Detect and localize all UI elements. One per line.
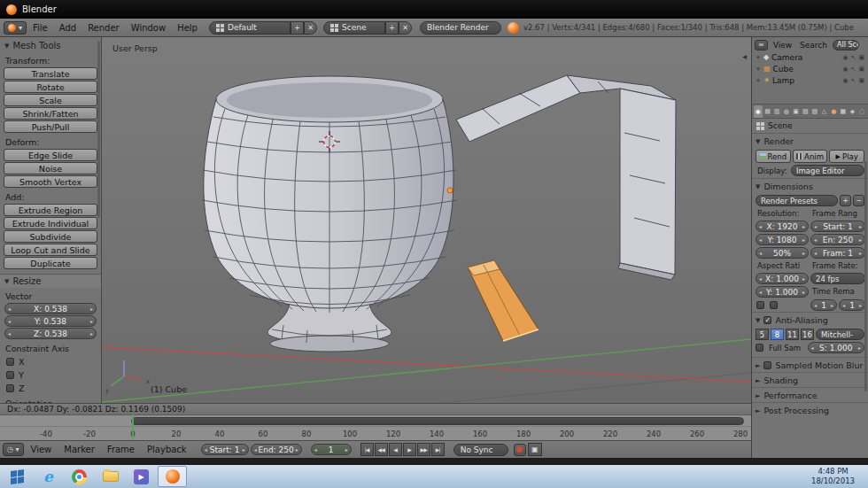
anti-aliasing-panel-header[interactable]: ▼ Anti-Aliasing — [752, 312, 868, 327]
frame-rate-dropdown[interactable]: 24 fps — [810, 273, 865, 284]
tab-particles-icon[interactable]: ◈ — [849, 105, 857, 118]
play-reverse-icon[interactable]: ◀ — [389, 443, 402, 456]
full-sample-row[interactable]: Full Sam — [756, 343, 806, 353]
edge-slide-button[interactable]: Edge Slide — [4, 149, 97, 161]
timeline-editor-type-button[interactable]: ◷ ▾ — [3, 443, 24, 456]
menu-help[interactable]: Help — [172, 23, 203, 33]
blender-splash-icon[interactable] — [508, 22, 519, 34]
timeline-scrollbar[interactable] — [131, 417, 744, 425]
visibility-eye-icon[interactable]: ◉ — [842, 54, 848, 61]
tab-physics-icon[interactable]: ◌ — [857, 105, 866, 118]
tab-material-icon[interactable]: ● — [829, 105, 838, 118]
frame-end-field[interactable]: ◂En: 250▸ — [810, 234, 865, 245]
render-animation-button[interactable]: Anim — [793, 150, 828, 163]
previous-keyframe-icon[interactable]: ◀◀ — [375, 443, 388, 456]
outliner-display-mode-dropdown[interactable]: All Scenes — [833, 40, 859, 50]
checkbox-icon[interactable] — [6, 358, 14, 366]
timeline-marker-menu[interactable]: Marker — [58, 445, 100, 454]
mesh-tools-panel-header[interactable]: ▼ Mesh Tools — [0, 39, 101, 52]
render-presets-dropdown[interactable]: Render Presets — [756, 195, 838, 206]
aa-samples-8-button[interactable]: 8 — [771, 329, 784, 340]
play-icon[interactable]: ▶ — [403, 443, 416, 456]
dimensions-panel-header[interactable]: ▼ Dimensions — [752, 178, 868, 193]
outliner-editor-type-button[interactable]: ≡ — [755, 40, 768, 50]
tab-data-icon[interactable]: △ — [820, 105, 829, 118]
outliner-view-menu[interactable]: View — [771, 41, 794, 50]
resize-y-field[interactable]: ◂ Y: 0.538 ▸ — [4, 315, 97, 327]
timeline-start-field[interactable]: ◂Start: 1▸ — [201, 444, 249, 455]
media-player-button[interactable]: ▶ — [127, 466, 156, 487]
region-toggle-icon[interactable]: ◂ — [742, 51, 747, 61]
aspect-x-field[interactable]: ◂X: 1.000▸ — [756, 273, 809, 284]
selectability-cursor-icon[interactable]: ↖ — [851, 54, 856, 61]
post-processing-panel-header[interactable]: ► Post Processing — [752, 402, 868, 417]
expand-icon[interactable]: + — [756, 54, 761, 61]
remove-preset-button[interactable]: − — [853, 195, 864, 206]
tab-render-layers-icon[interactable]: ▤ — [763, 105, 772, 118]
time-remap-new-field[interactable]: ◂1▸ — [839, 299, 865, 311]
add-layout-button[interactable]: + — [291, 21, 304, 35]
outliner-item-lamp[interactable]: + ☀ Lamp ◉ ↖ ▣ — [752, 74, 868, 86]
tab-world-icon[interactable]: ◍ — [782, 105, 791, 118]
tab-texture-icon[interactable]: ▦ — [839, 105, 848, 118]
noise-button[interactable]: Noise — [4, 162, 97, 174]
checkbox-icon[interactable] — [6, 384, 14, 392]
timeline-playhead[interactable] — [132, 414, 134, 440]
keying-camera-icon[interactable]: ▣ — [528, 443, 542, 456]
expand-icon[interactable]: + — [756, 66, 761, 73]
timeline-ruler[interactable]: -40 -20 0 20 40 60 80 100 120 140 160 18… — [0, 426, 751, 440]
shading-panel-header[interactable]: ► Shading — [752, 372, 868, 387]
frame-current-field[interactable]: ◂Fram: 1▸ — [810, 247, 865, 259]
resolution-x-field[interactable]: ◂X: 1920▸ — [756, 221, 809, 232]
properties-scrollbar[interactable] — [864, 161, 867, 391]
renderability-camera-icon[interactable]: ▣ — [858, 54, 864, 61]
layout-dropdown[interactable]: Default — [209, 21, 291, 35]
duplicate-button[interactable]: Duplicate — [4, 257, 97, 269]
extrude-individual-button[interactable]: Extrude Individual — [4, 217, 97, 229]
aa-samples-16-button[interactable]: 16 — [801, 329, 814, 340]
internet-explorer-button[interactable]: e — [34, 466, 63, 487]
timeline-view-menu[interactable]: View — [26, 445, 58, 454]
window-titlebar[interactable]: Blender — [0, 0, 868, 19]
constraint-x-row[interactable]: X — [0, 355, 101, 368]
menu-add[interactable]: Add — [54, 23, 81, 33]
resize-operator-panel-header[interactable]: ▼ Resize — [0, 274, 101, 288]
outliner-search-menu[interactable]: Search — [797, 41, 830, 50]
play-rendered-button[interactable]: ▶ Play — [829, 150, 864, 163]
next-keyframe-icon[interactable]: ▶▶ — [417, 443, 430, 456]
push-pull-button[interactable]: Push/Pull — [4, 120, 97, 133]
aa-filter-dropdown[interactable]: Mitchell- — [816, 329, 864, 340]
aa-samples-5-button[interactable]: 5 — [756, 329, 769, 340]
rotate-button[interactable]: Rotate — [4, 81, 97, 93]
timeline-playback-menu[interactable]: Playback — [142, 445, 192, 454]
delete-scene-button[interactable]: ✕ — [399, 21, 412, 35]
frame-start-field[interactable]: ◂Start: 1▸ — [810, 221, 865, 232]
aa-filter-size-field[interactable]: ◂S: 1.000▸ — [808, 342, 865, 353]
system-clock[interactable]: 4:48 PM 18/10/2013 — [811, 467, 865, 486]
renderability-camera-icon[interactable]: ▣ — [858, 77, 864, 84]
record-button[interactable] — [514, 444, 526, 456]
sync-mode-dropdown[interactable]: No Sync — [453, 444, 508, 456]
full-sample-checkbox[interactable] — [756, 344, 763, 352]
scale-button[interactable]: Scale — [4, 94, 97, 106]
anti-aliasing-checkbox[interactable] — [763, 316, 771, 324]
aspect-y-field[interactable]: ◂Y: 1.000▸ — [756, 286, 809, 298]
render-image-button[interactable]: Rend — [756, 150, 791, 163]
increment-icon[interactable]: ▸ — [90, 306, 93, 312]
checkbox-icon[interactable] — [6, 371, 14, 379]
increment-icon[interactable]: ▸ — [90, 330, 93, 337]
increment-icon[interactable]: ▸ — [90, 318, 93, 324]
smooth-vertex-button[interactable]: Smooth Vertex — [4, 175, 97, 188]
resize-x-field[interactable]: ◂ X: 0.538 ▸ — [4, 303, 97, 314]
crop-checkbox[interactable] — [770, 301, 778, 309]
translate-button[interactable]: Translate — [4, 67, 97, 80]
current-frame-field[interactable]: ◂1▸ — [311, 444, 352, 455]
scene-dropdown[interactable]: Scene — [323, 21, 385, 35]
constraint-y-row[interactable]: Y — [0, 368, 101, 382]
viewport-3d[interactable]: x y User Persp (1) Cube ◂ — [102, 37, 751, 403]
blender-taskbar-button[interactable] — [158, 466, 187, 487]
extrude-region-button[interactable]: Extrude Region — [4, 204, 97, 216]
visibility-eye-icon[interactable]: ◉ — [842, 77, 848, 84]
timeline-frame-menu[interactable]: Frame — [102, 445, 140, 454]
shrink-fatten-button[interactable]: Shrink/Fatten — [4, 107, 97, 120]
